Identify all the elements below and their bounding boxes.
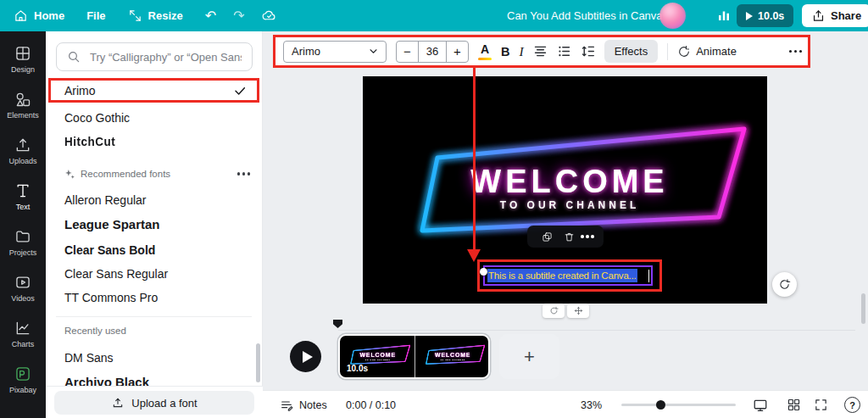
more-dots-icon [242,172,246,176]
sidebar-item-videos[interactable]: Videos [0,265,46,311]
fullscreen-icon [814,398,828,412]
playhead-marker[interactable] [333,320,342,328]
upload-font-section: Upload a font [46,386,263,418]
grid-view-icon [787,398,801,412]
projects-folder-icon [14,228,31,245]
home-button[interactable]: Home [14,8,64,23]
text-color-letter: A [481,42,489,56]
panel-scrollbar[interactable] [256,343,260,382]
add-page-button[interactable]: + [499,334,559,379]
font-size-decrease-button[interactable]: − [397,42,418,62]
rotate-button[interactable] [772,272,797,297]
bullet-list-button[interactable] [557,44,571,59]
sidebar-item-projects[interactable]: Projects [0,220,46,265]
sidebar-item-elements[interactable]: Elements [0,82,46,128]
context-more-button[interactable] [586,235,589,238]
font-option-clear-sans-regular[interactable]: Clear Sans Regular [46,262,262,286]
help-button[interactable]: ? [844,391,860,418]
present-button[interactable] [753,391,768,418]
duplicate-button[interactable] [542,231,553,242]
timeline-play-button[interactable] [290,341,321,372]
recommended-fonts-title: Recommended fonts [81,169,170,179]
play-duration-button[interactable]: 10.0s [737,4,793,27]
text-cursor [648,270,650,282]
font-size-value[interactable]: 36 [418,42,447,62]
font-option-archivo-black[interactable]: Archivo Black [46,370,262,386]
subtitle-textbox[interactable]: This is a subtitle created in Canva... [483,265,653,286]
sidebar-label: Text [16,203,31,211]
recommended-fonts-more-button[interactable] [241,167,248,181]
font-option-coco-gothic[interactable]: Coco Gothic [46,106,262,130]
search-icon [67,50,81,64]
text-color-swatch [478,58,492,61]
font-option-alleron-regular[interactable]: Alleron Regular [46,188,262,212]
sidebar-item-charts[interactable]: Charts [0,311,46,357]
page-thumbnail[interactable]: 10.0s [338,334,490,379]
avatar[interactable] [659,3,686,29]
notes-label: Notes [299,399,327,411]
text-color-button[interactable]: A [478,42,492,61]
font-option-league-spartan[interactable]: League Spartan [46,212,262,236]
status-bar: Notes 0:00 / 0:10 33% ? [263,390,868,418]
font-option-arimo[interactable]: Arimo [48,78,259,103]
canva-editor: { "header": { "home": "Home", "file": "F… [0,0,868,418]
annotation-arrow-line [473,68,476,251]
undo-button[interactable]: ↶ [205,8,216,24]
insights-chart-icon[interactable] [716,8,732,23]
font-size-stepper: − 36 + [396,41,469,63]
text-align-button[interactable] [533,44,548,59]
grid-view-button[interactable] [787,391,801,418]
font-search-input[interactable] [90,51,242,64]
font-option-dm-sans[interactable]: DM Sans [46,346,262,370]
sidebar-item-pixabay[interactable]: Pixabay [0,357,46,403]
sidebar-item-design[interactable]: Design [0,36,46,82]
font-option-label: HitchCut [64,135,115,148]
home-icon [14,8,28,23]
line-spacing-button[interactable] [581,44,595,59]
canvas-scrollbar[interactable] [861,293,865,324]
duration-label: 10.0s [758,10,784,22]
cloud-sync-icon[interactable] [262,8,276,23]
bold-button[interactable]: B [501,45,509,59]
italic-button[interactable]: I [519,44,523,59]
font-family-select[interactable]: Arimo [283,41,387,63]
sidebar-item-text[interactable]: Text [0,174,46,220]
zoom-slider[interactable] [621,391,736,418]
top-bar: Home File Resize ↶ ↷ Can You Add Subtitl… [0,0,868,31]
font-option-clear-sans-bold[interactable]: Clear Sans Bold [46,238,262,262]
resize-button[interactable]: Resize [128,8,183,23]
font-search[interactable] [56,42,253,71]
sidebar-label: Uploads [8,157,36,165]
video-canvas-page[interactable]: This is a subtitle created in Canva... [363,76,767,304]
delete-button[interactable] [564,231,575,242]
page-timing-button[interactable] [542,304,565,318]
sidebar-label: Videos [11,294,34,303]
sidebar-item-uploads[interactable]: Uploads [0,128,46,174]
animate-label: Animate [696,45,737,58]
page-move-button[interactable] [567,304,589,318]
uploads-icon [14,137,31,153]
file-menu-button[interactable]: File [86,9,105,22]
textbox-handle[interactable] [480,268,487,276]
upload-font-button[interactable]: Upload a font [54,391,254,415]
effects-button[interactable]: Effects [604,40,659,63]
font-option-tt-commons-pro[interactable]: TT Commons Pro [46,286,262,309]
avatar-image [659,3,686,29]
share-button[interactable]: Share [802,4,868,27]
recently-used-header: Recently used [46,324,262,337]
font-size-increase-button[interactable]: + [447,42,468,62]
zoom-value[interactable]: 33% [581,391,602,418]
zoom-slider-thumb[interactable] [656,400,665,410]
videos-icon [14,274,31,291]
rotate-icon [778,278,791,291]
element-context-toolbar [527,226,604,248]
document-title[interactable]: Can You Add Subtitles in Canva [507,9,663,22]
notes-button[interactable]: Notes [280,391,327,418]
animate-button[interactable]: Animate [677,45,737,59]
font-option-hitchcut[interactable]: HitchCut [46,130,262,153]
redo-button[interactable]: ↷ [233,8,244,24]
charts-icon [14,320,31,337]
fullscreen-button[interactable] [814,391,828,418]
toolbar-more-button[interactable] [791,37,801,65]
design-icon [14,45,31,62]
